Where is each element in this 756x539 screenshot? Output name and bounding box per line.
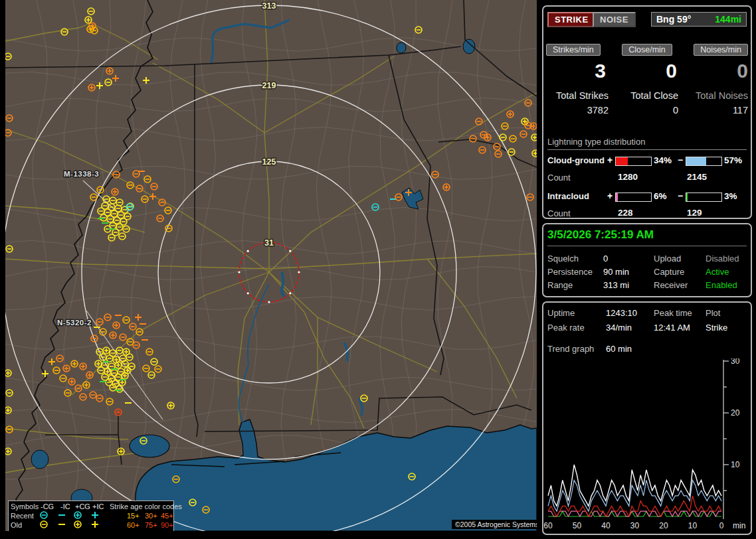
noise-button[interactable]: NOISE <box>593 12 636 27</box>
svg-text:M-1338-3: M-1338-3 <box>64 170 99 178</box>
plus-sign: + <box>607 191 613 201</box>
rate-values: 3 0 0 <box>546 60 748 82</box>
svg-text:40: 40 <box>601 521 611 530</box>
capture-value: Active <box>706 267 729 277</box>
bearing-value: Bng 59° <box>656 14 691 25</box>
persistence-label: Persistence <box>547 267 593 277</box>
upload-label: Upload <box>654 254 681 264</box>
count-label: Count <box>547 208 571 218</box>
svg-text:30: 30 <box>731 358 740 366</box>
total-close-value: 0 <box>616 105 678 116</box>
total-strikes-value: 3782 <box>546 105 609 116</box>
minus-sign: − <box>678 191 683 201</box>
count-label: Count <box>547 173 571 183</box>
minus-sign: − <box>678 155 683 165</box>
squelch-label: Squelch <box>547 254 579 264</box>
copyright-text: ©2005 Astrogenic Systems <box>452 520 537 529</box>
range-value: 313 mi <box>603 280 629 290</box>
svg-text:60: 60 <box>544 521 553 530</box>
strikes-rate: 3 <box>546 60 606 82</box>
legend-age-title: Strike age color codes <box>110 502 182 510</box>
svg-text:10: 10 <box>688 521 698 530</box>
ic-plus-bar <box>615 193 652 202</box>
svg-text:313: 313 <box>262 1 276 11</box>
app-window: { "map": { "copyright": "©2005 Astrogeni… <box>0 0 756 539</box>
strike-stats-panel: STRIKE NOISE Bng 59° 144mi Strikes/min C… <box>542 5 752 219</box>
intracloud-label: Intracloud <box>547 191 589 201</box>
trend-graph: 3020106050403020100min <box>544 358 750 534</box>
rate-chips: Strikes/min Close/min Noises/min <box>546 44 748 56</box>
cg-minus-count: 2145 <box>687 172 707 182</box>
cloud-ground-label: Cloud-ground <box>547 155 605 165</box>
svg-text:20: 20 <box>731 408 740 418</box>
radar-map[interactable]: 31321912531 M-1338-3N-5320-2 Symbols -CG… <box>5 0 537 531</box>
close-per-min-chip[interactable]: Close/min <box>622 44 672 56</box>
trend-panel: Uptime 1243:10 Peak time Plot Peak rate … <box>542 301 752 535</box>
svg-text:125: 125 <box>262 157 276 167</box>
distance-value: 144mi <box>715 14 741 25</box>
distribution-title: Lightning type distribution <box>547 137 747 150</box>
strike-button[interactable]: STRIKE <box>547 12 596 27</box>
datetime: 3/5/2026 7:25:19 AM <box>547 228 654 242</box>
noises-rate: 0 <box>688 60 748 82</box>
ic-plus-pct: 6% <box>654 191 667 201</box>
peak-time-value: 12:41 AM <box>654 323 690 333</box>
receiver-label: Receiver <box>654 280 688 290</box>
age-60: 60+ <box>127 521 140 529</box>
total-labels: Total Strikes Total Close Total Noises <box>546 90 748 101</box>
divider <box>547 246 747 246</box>
peak-time-label: Peak time <box>654 308 692 318</box>
map-legend: Symbols -CG -IC +CG +IC Strike age color… <box>8 501 174 531</box>
total-strikes-label: Total Strikes <box>546 90 609 101</box>
svg-text:30: 30 <box>630 521 640 530</box>
capture-label: Capture <box>654 267 684 277</box>
svg-text:10: 10 <box>731 460 740 469</box>
svg-text:0: 0 <box>719 521 724 530</box>
peak-rate-label: Peak rate <box>547 323 585 333</box>
total-close-label: Total Close <box>616 90 678 101</box>
ic-minus-pct: 3% <box>724 191 737 201</box>
legend-row-recent: Recent <box>11 512 34 520</box>
total-noises-value: 117 <box>686 105 748 116</box>
plot-value: Strike <box>706 323 727 333</box>
uptime-value: 1243:10 <box>606 308 637 318</box>
bearing-readout: Bng 59° 144mi <box>651 12 747 27</box>
age-30: 30+ <box>145 512 157 520</box>
strikes-per-min-chip[interactable]: Strikes/min <box>546 44 601 56</box>
range-label: Range <box>547 280 573 290</box>
svg-text:31: 31 <box>264 238 274 248</box>
svg-text:20: 20 <box>659 521 668 530</box>
upload-value: Disabled <box>706 254 739 264</box>
legend-symbols-label: Symbols <box>11 502 39 510</box>
map-canvas: 31321912531 M-1338-3N-5320-2 <box>5 0 537 531</box>
svg-text:50: 50 <box>573 521 582 530</box>
cg-minus-pct: 57% <box>724 155 742 165</box>
squelch-value: 0 <box>603 254 608 264</box>
age-75: 75+ <box>145 521 157 529</box>
cg-plus-pct: 34% <box>654 155 672 165</box>
svg-text:N-5320-2: N-5320-2 <box>57 319 92 327</box>
uptime-label: Uptime <box>547 308 575 318</box>
persistence-value: 90 min <box>603 267 629 277</box>
plot-label: Plot <box>706 308 720 318</box>
ic-minus-count: 129 <box>687 208 702 218</box>
legend-symbol-glyphs <box>38 510 111 531</box>
legend-row-old: Old <box>11 521 22 529</box>
total-noises-label: Total Noises <box>686 90 748 101</box>
noises-per-min-chip[interactable]: Noises/min <box>694 44 748 56</box>
ic-minus-bar <box>686 193 722 202</box>
age-45: 45+ <box>161 512 173 520</box>
svg-text:min: min <box>733 521 745 530</box>
receiver-value: Enabled <box>706 280 737 290</box>
trend-graph-value: 60 min <box>606 344 632 354</box>
status-panel: 3/5/2026 7:25:19 AM Squelch 0 Upload Dis… <box>542 223 752 297</box>
cg-plus-count: 1280 <box>618 172 638 182</box>
cg-minus-bar <box>686 157 722 166</box>
age-90: 90+ <box>161 521 173 529</box>
close-rate: 0 <box>617 60 677 82</box>
total-values: 3782 0 117 <box>546 105 748 116</box>
cg-plus-bar <box>615 157 652 166</box>
ic-plus-count: 228 <box>618 208 633 218</box>
age-15: 15+ <box>127 512 140 520</box>
plus-sign: + <box>607 155 613 165</box>
